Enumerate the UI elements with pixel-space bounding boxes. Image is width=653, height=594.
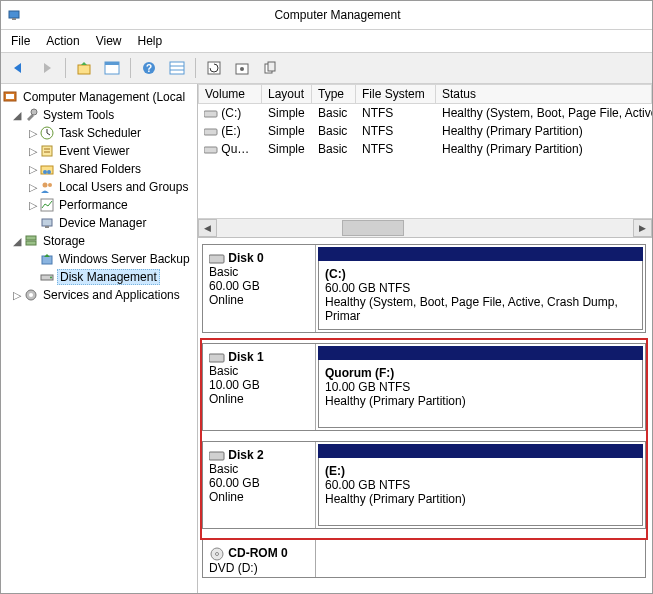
partition[interactable]: Quorum (F:) 10.00 GB NTFS Healthy (Prima… bbox=[318, 360, 643, 428]
nav-tree[interactable]: Computer Management (Local ◢ System Tool… bbox=[1, 84, 198, 593]
volume-row[interactable]: (E:) Simple Basic NTFS Healthy (Primary … bbox=[198, 122, 652, 140]
window-title: Computer Management bbox=[23, 8, 652, 22]
expand-icon[interactable]: ▷ bbox=[27, 181, 39, 194]
disk-partitions[interactable]: Quorum (F:) 10.00 GB NTFS Healthy (Prima… bbox=[316, 344, 645, 430]
col-filesystem[interactable]: File System bbox=[356, 84, 436, 104]
tree-root[interactable]: Computer Management (Local bbox=[1, 88, 197, 106]
disk-partitions[interactable]: (E:) 60.00 GB NTFS Healthy (Primary Part… bbox=[316, 442, 645, 528]
svg-rect-22 bbox=[41, 166, 53, 174]
properties-button[interactable] bbox=[100, 56, 124, 80]
disk-partitions[interactable] bbox=[316, 540, 645, 577]
event-icon bbox=[39, 143, 55, 159]
svg-rect-38 bbox=[204, 129, 217, 135]
disk-icon bbox=[209, 450, 225, 462]
horizontal-scrollbar[interactable]: ◀ ▶ bbox=[198, 218, 652, 237]
refresh-button[interactable] bbox=[202, 56, 226, 80]
disk-row[interactable]: Disk 0 Basic 60.00 GB Online (C:) 60.00 … bbox=[202, 244, 646, 333]
expand-icon[interactable]: ▷ bbox=[11, 289, 23, 302]
content-pane: Volume Layout Type File System Status (C… bbox=[198, 84, 652, 593]
disk-info: Disk 1 Basic 10.00 GB Online bbox=[203, 344, 316, 430]
expand-icon[interactable]: ▷ bbox=[27, 145, 39, 158]
disk-row[interactable]: Disk 2 Basic 60.00 GB Online (E:) 60.00 … bbox=[202, 441, 646, 529]
view-list-button[interactable] bbox=[165, 56, 189, 80]
disk-info: Disk 0 Basic 60.00 GB Online bbox=[203, 245, 316, 332]
svg-point-24 bbox=[47, 170, 51, 174]
tree-shared-folders[interactable]: ▷ Shared Folders bbox=[1, 160, 197, 178]
drive-icon bbox=[204, 109, 218, 119]
volume-row[interactable]: (C:) Simple Basic NTFS Healthy (System, … bbox=[198, 104, 652, 122]
disk-icon bbox=[209, 352, 225, 364]
svg-point-25 bbox=[43, 183, 48, 188]
tree-performance[interactable]: ▷ Performance bbox=[1, 196, 197, 214]
col-volume[interactable]: Volume bbox=[198, 84, 262, 104]
disk-graphical-view[interactable]: Disk 0 Basic 60.00 GB Online (C:) 60.00 … bbox=[198, 238, 652, 593]
volume-list-header: Volume Layout Type File System Status bbox=[198, 84, 652, 104]
tools-icon bbox=[23, 107, 39, 123]
volume-list[interactable]: Volume Layout Type File System Status (C… bbox=[198, 84, 652, 238]
svg-point-23 bbox=[43, 170, 47, 174]
disk-mgmt-icon bbox=[39, 269, 55, 285]
forward-button[interactable] bbox=[35, 56, 59, 80]
expand-icon[interactable]: ▷ bbox=[27, 127, 39, 140]
scroll-thumb[interactable] bbox=[342, 220, 404, 236]
col-status[interactable]: Status bbox=[436, 84, 652, 104]
scroll-track[interactable] bbox=[217, 220, 633, 236]
tree-event-viewer[interactable]: ▷ Event Viewer bbox=[1, 142, 197, 160]
tree-services[interactable]: ▷ Services and Applications bbox=[1, 286, 197, 304]
scroll-right-button[interactable]: ▶ bbox=[633, 219, 652, 237]
tree-local-users[interactable]: ▷ Local Users and Groups bbox=[1, 178, 197, 196]
computer-management-window: Computer Management File Action View Hel… bbox=[0, 0, 653, 594]
svg-rect-4 bbox=[105, 62, 119, 65]
tree-wsb[interactable]: Windows Server Backup bbox=[1, 250, 197, 268]
tree-task-scheduler[interactable]: ▷ Task Scheduler bbox=[1, 124, 197, 142]
back-button[interactable] bbox=[7, 56, 31, 80]
users-icon bbox=[39, 179, 55, 195]
svg-rect-30 bbox=[26, 236, 36, 240]
svg-point-26 bbox=[48, 183, 52, 187]
col-layout[interactable]: Layout bbox=[262, 84, 312, 104]
storage-icon bbox=[23, 233, 39, 249]
disk-icon bbox=[209, 253, 225, 265]
tree-disk-management[interactable]: Disk Management bbox=[1, 268, 197, 286]
scroll-left-button[interactable]: ◀ bbox=[198, 219, 217, 237]
svg-rect-14 bbox=[268, 62, 275, 71]
title-bar[interactable]: Computer Management bbox=[1, 1, 652, 30]
disk-row[interactable]: Disk 1 Basic 10.00 GB Online Quorum (F:)… bbox=[202, 343, 646, 431]
svg-rect-42 bbox=[209, 452, 224, 460]
collapse-icon[interactable]: ◢ bbox=[11, 235, 23, 248]
svg-rect-19 bbox=[42, 146, 52, 156]
toolbar: ? bbox=[1, 53, 652, 84]
menu-file[interactable]: File bbox=[11, 34, 30, 48]
partition[interactable]: (E:) 60.00 GB NTFS Healthy (Primary Part… bbox=[318, 458, 643, 526]
collapse-icon[interactable]: ◢ bbox=[11, 109, 23, 122]
svg-rect-37 bbox=[204, 111, 217, 117]
help-button[interactable]: ? bbox=[137, 56, 161, 80]
svg-rect-7 bbox=[170, 62, 184, 74]
expand-icon[interactable]: ▷ bbox=[27, 163, 39, 176]
device-icon bbox=[39, 215, 55, 231]
partition[interactable]: (C:) 60.00 GB NTFS Healthy (System, Boot… bbox=[318, 261, 643, 330]
svg-rect-40 bbox=[209, 255, 224, 263]
settings-button[interactable] bbox=[230, 56, 254, 80]
action-button[interactable] bbox=[258, 56, 282, 80]
drive-icon bbox=[204, 145, 218, 155]
tree-system-tools[interactable]: ◢ System Tools bbox=[1, 106, 197, 124]
svg-point-34 bbox=[50, 277, 52, 279]
svg-rect-31 bbox=[26, 241, 36, 245]
svg-rect-16 bbox=[6, 94, 14, 99]
up-button[interactable] bbox=[72, 56, 96, 80]
expand-icon[interactable]: ▷ bbox=[27, 199, 39, 212]
col-type[interactable]: Type bbox=[312, 84, 356, 104]
menu-help[interactable]: Help bbox=[138, 34, 163, 48]
menu-view[interactable]: View bbox=[96, 34, 122, 48]
tree-device-manager[interactable]: Device Manager bbox=[1, 214, 197, 232]
menu-action[interactable]: Action bbox=[46, 34, 79, 48]
disk-info: CD-ROM 0 DVD (D:) bbox=[203, 540, 316, 577]
tree-storage[interactable]: ◢ Storage bbox=[1, 232, 197, 250]
volume-row[interactable]: Qu… Simple Basic NTFS Healthy (Primary P… bbox=[198, 140, 652, 158]
svg-point-36 bbox=[29, 293, 33, 297]
disk-row[interactable]: CD-ROM 0 DVD (D:) bbox=[202, 539, 646, 578]
performance-icon bbox=[39, 197, 55, 213]
disk-partitions[interactable]: (C:) 60.00 GB NTFS Healthy (System, Boot… bbox=[316, 245, 645, 332]
services-icon bbox=[23, 287, 39, 303]
